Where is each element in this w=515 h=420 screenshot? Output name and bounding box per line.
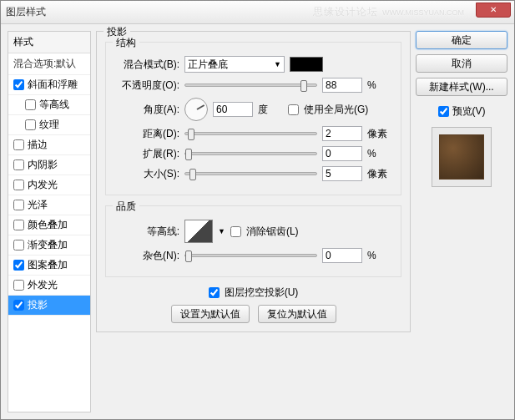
sidebar-item-10[interactable]: 外发光: [8, 276, 90, 296]
sidebar-item-9[interactable]: 图案叠加: [8, 256, 90, 276]
preview-swatch: [439, 134, 484, 180]
sidebar-item-0[interactable]: 斜面和浮雕: [8, 75, 90, 95]
window-title: 图层样式: [6, 5, 46, 19]
sidebar-item-label: 斜面和浮雕: [28, 78, 78, 92]
shadow-color-swatch[interactable]: [290, 57, 323, 72]
sidebar-checkbox[interactable]: [13, 180, 24, 190]
right-panel: 确定 取消 新建样式(W)... 预览(V): [416, 31, 507, 412]
spread-input[interactable]: [322, 146, 362, 161]
sidebar-checkbox[interactable]: [13, 280, 24, 291]
sidebar-checkbox[interactable]: [13, 159, 24, 170]
sidebar-blend-default[interactable]: 混合选项:默认: [8, 53, 90, 75]
sidebar-checkbox[interactable]: [13, 260, 24, 271]
blend-mode-combo[interactable]: 正片叠底 ▼: [184, 56, 285, 73]
sidebar-item-label: 渐变叠加: [28, 238, 68, 252]
sidebar-item-6[interactable]: 光泽: [8, 195, 90, 215]
chevron-down-icon[interactable]: ▼: [218, 227, 225, 235]
sidebar-item-label: 内发光: [28, 178, 58, 192]
sidebar-item-label: 等高线: [39, 98, 69, 112]
sidebar-item-label: 描边: [28, 138, 48, 152]
spread-slider[interactable]: [184, 152, 317, 155]
knockout-checkbox[interactable]: [209, 287, 220, 298]
sidebar-item-label: 内阴影: [28, 158, 58, 172]
sidebar-item-7[interactable]: 颜色叠加: [8, 215, 90, 235]
sidebar-item-label: 颜色叠加: [28, 218, 68, 232]
opacity-input[interactable]: [322, 78, 362, 93]
close-button[interactable]: ✕: [476, 3, 511, 18]
noise-input[interactable]: [322, 248, 362, 263]
angle-dial[interactable]: [184, 98, 208, 121]
sidebar-item-1[interactable]: 等高线: [8, 95, 90, 115]
sidebar-checkbox[interactable]: [13, 220, 24, 230]
blend-mode-label: 混合模式(B):: [114, 58, 179, 72]
distance-input[interactable]: [322, 126, 362, 141]
styles-sidebar: 样式 混合选项:默认 斜面和浮雕等高线纹理描边内阴影内发光光泽颜色叠加渐变叠加图…: [8, 31, 91, 412]
sidebar-checkbox[interactable]: [25, 119, 36, 130]
sidebar-item-11[interactable]: 投影: [8, 296, 90, 316]
quality-group: 品质 等高线: ▼ 消除锯齿(L) 杂色(N): %: [105, 205, 401, 277]
sidebar-item-label: 纹理: [39, 118, 59, 132]
contour-picker[interactable]: [184, 220, 213, 243]
sidebar-item-4[interactable]: 内阴影: [8, 155, 90, 175]
sidebar-checkbox[interactable]: [13, 79, 24, 90]
drop-shadow-panel: 投影 结构 混合模式(B): 正片叠底 ▼ 不透明度(O):: [96, 31, 411, 332]
global-light-checkbox[interactable]: [288, 104, 299, 115]
new-style-button[interactable]: 新建样式(W)...: [416, 78, 507, 96]
reset-default-button[interactable]: 复位为默认值: [258, 305, 336, 323]
angle-input[interactable]: [213, 102, 253, 117]
cancel-button[interactable]: 取消: [416, 54, 507, 73]
ok-button[interactable]: 确定: [416, 31, 507, 49]
sidebar-item-3[interactable]: 描边: [8, 135, 90, 155]
antialias-checkbox[interactable]: [230, 226, 241, 237]
size-input[interactable]: [322, 166, 362, 181]
structure-group: 结构 混合模式(B): 正片叠底 ▼ 不透明度(O): %: [105, 42, 401, 195]
opacity-slider[interactable]: [184, 83, 317, 87]
sidebar-item-8[interactable]: 渐变叠加: [8, 235, 90, 256]
sidebar-item-label: 图案叠加: [28, 258, 68, 272]
sidebar-item-label: 外发光: [28, 278, 58, 292]
noise-slider[interactable]: [184, 254, 317, 257]
sidebar-header: 样式: [8, 32, 90, 53]
preview-checkbox[interactable]: [438, 106, 449, 117]
size-slider[interactable]: [184, 172, 317, 175]
layer-style-dialog: 图层样式 思缘设计论坛 WWW.MISSYUAN.COM ✕ 样式 混合选项:默…: [0, 0, 515, 420]
watermark: 思缘设计论坛 WWW.MISSYUAN.COM: [313, 4, 464, 19]
preview-box: [432, 127, 492, 187]
sidebar-item-label: 投影: [28, 298, 48, 312]
sidebar-checkbox[interactable]: [13, 300, 24, 311]
sidebar-checkbox[interactable]: [25, 99, 36, 110]
sidebar-checkbox[interactable]: [13, 200, 24, 210]
sidebar-item-2[interactable]: 纹理: [8, 115, 90, 135]
sidebar-item-label: 光泽: [28, 198, 48, 212]
sidebar-checkbox[interactable]: [13, 240, 24, 250]
sidebar-checkbox[interactable]: [13, 139, 24, 150]
sidebar-item-5[interactable]: 内发光: [8, 175, 90, 195]
chevron-down-icon: ▼: [274, 60, 281, 68]
distance-slider[interactable]: [184, 132, 317, 135]
make-default-button[interactable]: 设置为默认值: [171, 305, 250, 323]
titlebar: 图层样式 思缘设计论坛 WWW.MISSYUAN.COM ✕: [1, 1, 514, 24]
